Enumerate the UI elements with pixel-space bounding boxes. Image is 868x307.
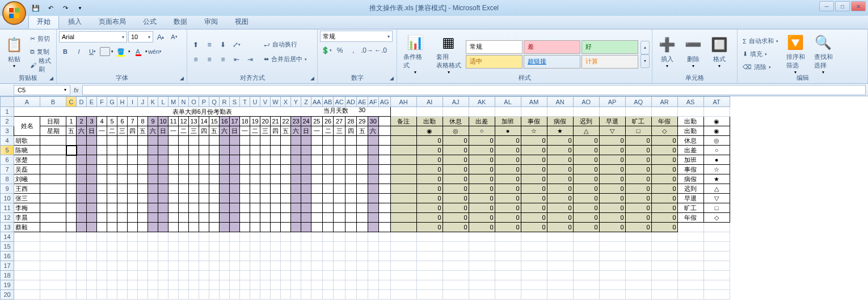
cell-Q17[interactable] <box>209 261 220 271</box>
cell-AE16[interactable] <box>356 251 368 261</box>
cell-AT17[interactable] <box>703 261 730 271</box>
cell-AC7[interactable] <box>334 165 345 174</box>
cell-Q3[interactable]: 五 <box>209 126 220 136</box>
cell-B12[interactable] <box>40 213 66 223</box>
cell-M5[interactable] <box>168 146 179 155</box>
cell-AD4[interactable] <box>345 136 356 146</box>
cell-AT2[interactable]: ◉ <box>703 117 730 126</box>
cell-S2[interactable]: 17 <box>230 117 240 126</box>
cell-AO11[interactable]: 0 <box>573 203 599 213</box>
cell-AJ7[interactable]: 0 <box>443 165 469 174</box>
cell-D17[interactable] <box>77 261 87 271</box>
tab-插入[interactable]: 插入 <box>60 15 90 29</box>
cell-Q7[interactable] <box>209 165 220 174</box>
cell-W9[interactable] <box>271 184 281 194</box>
cell-K12[interactable] <box>148 213 158 223</box>
col-header-AI[interactable]: AI <box>416 97 443 107</box>
cell-AS10[interactable]: 早退 <box>677 194 703 203</box>
cut-button[interactable]: ✂剪切 <box>27 33 54 45</box>
cell-AI13[interactable]: 0 <box>416 223 443 232</box>
cell-L5[interactable] <box>158 146 168 155</box>
cell-E9[interactable] <box>87 184 97 194</box>
cell-AH12[interactable] <box>390 213 416 223</box>
cell-O16[interactable] <box>189 251 199 261</box>
cell-AJ4[interactable]: 0 <box>443 136 469 146</box>
cell-N17[interactable] <box>179 261 189 271</box>
cell-D19[interactable] <box>77 280 87 290</box>
cell-AI7[interactable]: 0 <box>416 165 443 174</box>
cell-AN17[interactable] <box>547 261 573 271</box>
cell-Q15[interactable] <box>209 242 220 251</box>
cell-AG4[interactable] <box>378 136 390 146</box>
cell-J17[interactable] <box>138 261 148 271</box>
cell-K3[interactable]: 六 <box>148 126 158 136</box>
cell-R7[interactable] <box>220 165 230 174</box>
cell-H5[interactable] <box>117 146 128 155</box>
row-header-1[interactable]: 1 <box>1 107 14 117</box>
cell-A10[interactable]: 张三 <box>14 194 40 203</box>
cell-A17[interactable] <box>14 261 40 271</box>
cell-J19[interactable] <box>138 280 148 290</box>
cell-AJ1[interactable] <box>443 107 469 117</box>
cell-AS13[interactable] <box>677 223 703 232</box>
minimize-button[interactable]: ─ <box>819 1 834 11</box>
cell-P7[interactable] <box>199 165 209 174</box>
cell-AN5[interactable]: 0 <box>547 146 573 155</box>
cell-AP15[interactable] <box>599 242 625 251</box>
cell-E7[interactable] <box>87 165 97 174</box>
cell-E5[interactable] <box>87 146 97 155</box>
cell-AA16[interactable] <box>311 251 323 261</box>
cell-AP18[interactable] <box>599 271 625 280</box>
cell-AN1[interactable] <box>547 107 573 117</box>
cell-K18[interactable] <box>148 271 158 280</box>
cell-AF5[interactable] <box>368 146 378 155</box>
cell-AE14[interactable] <box>356 232 368 242</box>
cell-AC3[interactable]: 三 <box>334 126 345 136</box>
cell-AG12[interactable] <box>378 213 390 223</box>
cell-A5[interactable]: 陈晓 <box>14 146 40 155</box>
cell-AH4[interactable] <box>390 136 416 146</box>
cell-AP17[interactable] <box>599 261 625 271</box>
cell-AQ7[interactable]: 0 <box>625 165 651 174</box>
cell-Z17[interactable] <box>301 261 311 271</box>
cell-R13[interactable] <box>220 223 230 232</box>
cell-I19[interactable] <box>128 280 138 290</box>
cell-T12[interactable] <box>240 213 250 223</box>
col-header-AO[interactable]: AO <box>573 97 599 107</box>
cell-P8[interactable] <box>199 174 209 184</box>
cell-AQ17[interactable] <box>625 261 651 271</box>
cell-AS15[interactable] <box>677 242 703 251</box>
qat-undo-icon[interactable]: ↶ <box>44 2 57 14</box>
indent-increase-button[interactable]: ⇥ <box>244 53 256 66</box>
cell-AG10[interactable] <box>378 194 390 203</box>
cell-C14[interactable] <box>66 232 77 242</box>
cell-AG20[interactable] <box>378 290 390 300</box>
cell-C12[interactable] <box>66 213 77 223</box>
cell-W5[interactable] <box>271 146 281 155</box>
orientation-button[interactable]: ⤢▾ <box>230 39 243 51</box>
cell-E13[interactable] <box>87 223 97 232</box>
cell-Q4[interactable] <box>209 136 220 146</box>
cell-R3[interactable]: 六 <box>220 126 230 136</box>
clear-button[interactable]: ⌫清除▾ <box>740 61 781 74</box>
cell-D13[interactable] <box>77 223 87 232</box>
cell-AM12[interactable]: 0 <box>521 213 547 223</box>
col-header-AD[interactable]: AD <box>345 97 356 107</box>
bold-button[interactable]: B <box>59 45 71 58</box>
align-center-button[interactable]: ≡ <box>203 53 216 66</box>
cell-AC15[interactable] <box>334 242 345 251</box>
cell-AR5[interactable]: 0 <box>651 146 677 155</box>
qat-customize-icon[interactable]: ▼ <box>74 2 86 14</box>
cell-Z11[interactable] <box>301 203 311 213</box>
cell-M2[interactable]: 11 <box>168 117 179 126</box>
cell-AD17[interactable] <box>345 261 356 271</box>
cell-E17[interactable] <box>87 261 97 271</box>
phonetic-button[interactable]: wén▾ <box>149 45 161 58</box>
cell-L8[interactable] <box>158 174 168 184</box>
style-good[interactable]: 好 <box>582 40 638 54</box>
cell-Z9[interactable] <box>301 184 311 194</box>
cell-AN20[interactable] <box>547 290 573 300</box>
cell-AR10[interactable]: 0 <box>651 194 677 203</box>
cell-AH17[interactable] <box>390 261 416 271</box>
cell-T11[interactable] <box>240 203 250 213</box>
